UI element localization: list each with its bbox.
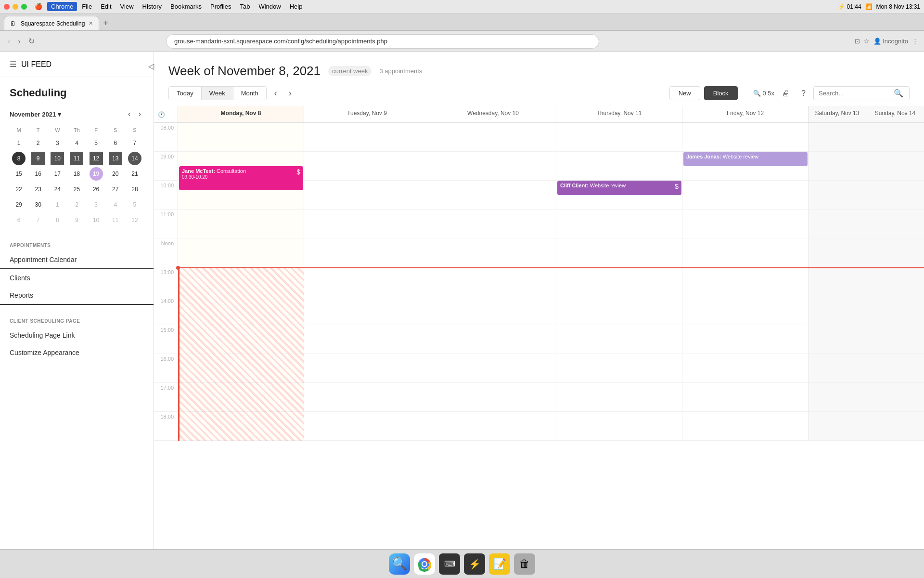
cal-cell-Noon-day0[interactable] bbox=[178, 238, 304, 267]
mini-cal-day-19[interactable]: 19 bbox=[90, 167, 103, 181]
cal-cell-16-00-day3[interactable] bbox=[556, 354, 682, 383]
today-button[interactable]: Today bbox=[169, 87, 202, 100]
cal-cell-13-00-day3[interactable] bbox=[556, 267, 682, 296]
cal-cell-17-00-day4[interactable] bbox=[682, 383, 808, 412]
reload-button[interactable]: ↻ bbox=[26, 35, 37, 48]
tab-close-button[interactable]: ✕ bbox=[89, 20, 93, 26]
extensions-icon[interactable]: ⋮ bbox=[912, 38, 918, 45]
cal-cell-14-00-day6[interactable] bbox=[866, 296, 924, 325]
cal-cell-08-00-day1[interactable] bbox=[304, 123, 430, 152]
profile-icon[interactable]: 👤 Incognito bbox=[873, 38, 908, 45]
mini-cal-day-d2[interactable]: 2 bbox=[70, 198, 83, 211]
mini-cal-day-21[interactable]: 21 bbox=[128, 167, 141, 181]
appointment-jane-mctest[interactable]: Jane McTest: Consultation$09:30-10:20 bbox=[179, 166, 303, 190]
cal-cell-17-00-day2[interactable] bbox=[430, 383, 556, 412]
cal-cell-10-00-day4[interactable] bbox=[682, 181, 808, 210]
cal-cell-18-00-day6[interactable] bbox=[866, 412, 924, 441]
mini-cal-prev-button[interactable]: ‹ bbox=[125, 109, 133, 119]
block-button[interactable]: Block bbox=[704, 86, 738, 100]
mini-cal-day-d5[interactable]: 5 bbox=[128, 198, 141, 211]
forward-button[interactable]: › bbox=[16, 35, 22, 48]
bookmarks-menu[interactable]: Bookmarks bbox=[167, 2, 205, 11]
cal-cell-16-00-day0[interactable] bbox=[178, 354, 304, 383]
next-week-button[interactable]: › bbox=[285, 86, 295, 100]
dock-notes-icon[interactable]: 📝 bbox=[489, 553, 510, 575]
cal-cell-08-00-day4[interactable] bbox=[682, 123, 808, 152]
month-button[interactable]: Month bbox=[233, 87, 266, 100]
cal-cell-17-00-day6[interactable] bbox=[866, 383, 924, 412]
cal-cell-18-00-day3[interactable] bbox=[556, 412, 682, 441]
history-menu[interactable]: History bbox=[139, 2, 166, 11]
maximize-button[interactable] bbox=[21, 4, 27, 10]
cal-cell-15-00-day1[interactable] bbox=[304, 325, 430, 354]
cal-cell-15-00-day5[interactable] bbox=[808, 325, 866, 354]
file-menu[interactable]: File bbox=[78, 2, 96, 11]
mini-cal-day-28[interactable]: 28 bbox=[128, 183, 141, 196]
cal-cell-14-00-day4[interactable] bbox=[682, 296, 808, 325]
mini-cal-day-9[interactable]: 9 bbox=[31, 152, 45, 165]
cal-cell-11-00-day0[interactable] bbox=[178, 210, 304, 238]
cal-cell-18-00-day0[interactable] bbox=[178, 412, 304, 441]
cal-cell-18-00-day2[interactable] bbox=[430, 412, 556, 441]
mini-cal-day-25[interactable]: 25 bbox=[70, 183, 83, 196]
mini-cal-day-26[interactable]: 26 bbox=[90, 183, 103, 196]
sidebar-item-customize-appearance[interactable]: Customize Appearance bbox=[0, 344, 154, 361]
cal-cell-13-00-day2[interactable] bbox=[430, 267, 556, 296]
cal-cell-15-00-day0[interactable] bbox=[178, 325, 304, 354]
cal-cell-15-00-day4[interactable] bbox=[682, 325, 808, 354]
cal-cell-15-00-day3[interactable] bbox=[556, 325, 682, 354]
sidebar-item-scheduling-page-link[interactable]: Scheduling Page Link bbox=[0, 327, 154, 344]
cal-cell-09-00-day5[interactable] bbox=[808, 152, 866, 181]
mini-cal-day-17[interactable]: 17 bbox=[51, 167, 64, 181]
help-menu[interactable]: Help bbox=[286, 2, 307, 11]
sidebar-item-clients[interactable]: Clients bbox=[0, 269, 154, 287]
mini-cal-day-11[interactable]: 11 bbox=[70, 152, 83, 165]
minimize-button[interactable] bbox=[13, 4, 18, 10]
zoom-control[interactable]: 🔍 0.5x bbox=[753, 90, 775, 97]
view-menu[interactable]: View bbox=[116, 2, 138, 11]
mini-cal-day-d8[interactable]: 8 bbox=[51, 213, 64, 227]
cal-cell-18-00-day5[interactable] bbox=[808, 412, 866, 441]
sidebar-collapse-button[interactable]: ◁ bbox=[148, 62, 154, 71]
cal-cell-10-00-day5[interactable] bbox=[808, 181, 866, 210]
mini-cal-day-d3[interactable]: 3 bbox=[90, 198, 103, 211]
back-button[interactable]: ‹ bbox=[6, 35, 12, 48]
mini-cal-day-7[interactable]: 7 bbox=[128, 136, 141, 150]
address-input[interactable]: grouse-mandarin-sxnl.squarespace.com/con… bbox=[166, 34, 599, 49]
mini-cal-day-16[interactable]: 16 bbox=[31, 167, 45, 181]
new-tab-button[interactable]: + bbox=[101, 16, 110, 30]
apple-menu[interactable]: 🍎 bbox=[31, 2, 46, 11]
mini-cal-day-8[interactable]: 8 bbox=[12, 152, 26, 165]
prev-week-button[interactable]: ‹ bbox=[270, 86, 281, 100]
cal-cell-14-00-day3[interactable] bbox=[556, 296, 682, 325]
mini-cal-day-d7[interactable]: 7 bbox=[31, 213, 45, 227]
cal-cell-08-00-day0[interactable] bbox=[178, 123, 304, 152]
mini-cal-day-18[interactable]: 18 bbox=[70, 167, 83, 181]
dock-terminal-icon[interactable]: ⌨ bbox=[439, 553, 460, 575]
cal-cell-09-00-day6[interactable] bbox=[866, 152, 924, 181]
reader-mode-icon[interactable]: ⊡ bbox=[855, 38, 860, 45]
browser-tab[interactable]: 🗓 Squarespace Scheduling ✕ bbox=[4, 16, 99, 30]
cal-cell-16-00-day6[interactable] bbox=[866, 354, 924, 383]
print-button[interactable]: 🖨 bbox=[778, 87, 794, 100]
mini-cal-day-13[interactable]: 13 bbox=[109, 152, 122, 165]
cal-cell-08-00-day3[interactable] bbox=[556, 123, 682, 152]
cal-cell-11-00-day6[interactable] bbox=[866, 210, 924, 238]
mini-cal-day-d1[interactable]: 1 bbox=[51, 198, 64, 211]
cal-cell-11-00-day4[interactable] bbox=[682, 210, 808, 238]
mini-cal-day-6[interactable]: 6 bbox=[109, 136, 122, 150]
window-menu[interactable]: Window bbox=[255, 2, 284, 11]
hamburger-icon[interactable]: ☰ bbox=[10, 60, 16, 69]
dock-trash-icon[interactable]: 🗑 bbox=[514, 553, 535, 575]
tab-menu[interactable]: Tab bbox=[236, 2, 254, 11]
cal-cell-08-00-day2[interactable] bbox=[430, 123, 556, 152]
cal-cell-09-00-day3[interactable] bbox=[556, 152, 682, 181]
cal-cell-13-00-day6[interactable] bbox=[866, 267, 924, 296]
cal-cell-17-00-day1[interactable] bbox=[304, 383, 430, 412]
cal-cell-Noon-day1[interactable] bbox=[304, 238, 430, 267]
traffic-lights[interactable] bbox=[4, 4, 27, 10]
edit-menu[interactable]: Edit bbox=[97, 2, 115, 11]
cal-cell-13-00-day0[interactable] bbox=[178, 267, 304, 296]
cal-cell-10-00-day2[interactable] bbox=[430, 181, 556, 210]
cal-cell-17-00-day0[interactable] bbox=[178, 383, 304, 412]
